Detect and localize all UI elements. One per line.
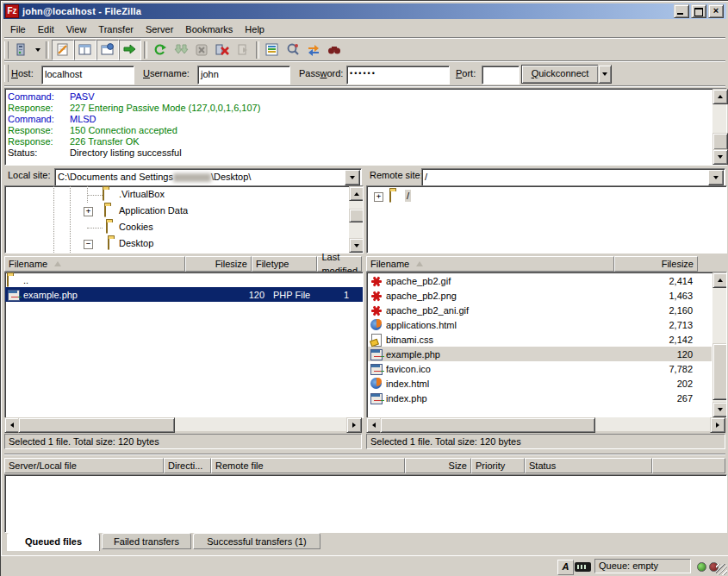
scroll-up-button[interactable] (712, 272, 727, 288)
column-header-server-local-file[interactable]: Server/Local file (4, 458, 164, 473)
remote-file-row[interactable]: apache_pb2_ani.gif2,160 (368, 303, 712, 317)
local-file-row[interactable]: .. (5, 272, 363, 287)
menu-file[interactable]: File (4, 22, 32, 36)
toolbar-grip[interactable] (4, 41, 9, 59)
host-input[interactable]: localhost (41, 66, 134, 85)
quickconnect-dropdown[interactable] (598, 65, 612, 84)
local-site-combobox[interactable]: C:\Documents and Settings\Desktop\ (54, 168, 362, 187)
port-input[interactable] (482, 66, 520, 85)
scroll-right-button[interactable] (710, 417, 725, 433)
scroll-thumb[interactable] (380, 417, 595, 433)
scroll-down-button[interactable] (712, 402, 727, 417)
remote-list-scrollbar[interactable] (712, 272, 726, 417)
close-button[interactable]: × (708, 4, 724, 18)
scroll-thumb[interactable] (712, 343, 727, 400)
expand-icon[interactable]: + (84, 207, 93, 216)
local-list-hscrollbar[interactable] (4, 417, 362, 431)
remote-directory-tree[interactable]: + / (366, 185, 727, 254)
column-header-size[interactable]: Size (405, 458, 471, 473)
log-scrollbar[interactable] (712, 89, 726, 165)
scroll-thumb[interactable] (349, 209, 364, 222)
toggle-message-log-button[interactable] (52, 40, 74, 60)
column-header-status[interactable]: Status (525, 458, 652, 473)
password-input[interactable]: •••••• (346, 66, 450, 85)
filezilla-app-icon[interactable]: Fz (5, 4, 19, 18)
column-header-priority[interactable]: Priority (471, 458, 525, 473)
quickconnect-grip[interactable] (4, 65, 9, 82)
refresh-button[interactable] (150, 41, 171, 59)
process-queue-button[interactable] (171, 41, 191, 59)
tree-item-virtualbox[interactable]: .VirtualBox (117, 188, 166, 200)
remote-file-list[interactable]: apache_pb2.gif2,414 apache_pb2.png1,463 … (366, 272, 727, 418)
column-header-filetype[interactable]: Filetype (252, 256, 318, 272)
remote-file-row[interactable]: index.php267 (368, 391, 712, 405)
maximize-button[interactable] (691, 4, 706, 18)
menu-bookmarks[interactable]: Bookmarks (179, 22, 239, 36)
toggle-remote-tree-button[interactable] (96, 40, 119, 60)
remote-file-row[interactable]: apache_pb2.png1,463 (368, 288, 712, 303)
scroll-thumb[interactable] (18, 417, 175, 433)
title-bar[interactable]: Fz john@localhost - FileZilla × (3, 3, 726, 19)
menu-view[interactable]: View (60, 22, 93, 36)
local-directory-tree[interactable]: .VirtualBox + Application Data Cookies −… (4, 185, 364, 254)
toggle-transfer-queue-button[interactable] (119, 40, 141, 60)
column-header-filesize[interactable]: Filesize (614, 256, 698, 272)
menu-edit[interactable]: Edit (32, 22, 60, 36)
scroll-right-button[interactable] (346, 417, 362, 433)
local-file-list[interactable]: .. example.php 120 PHP File 1 (4, 272, 364, 418)
toggle-local-tree-button[interactable] (74, 40, 96, 60)
cancel-operation-button[interactable] (191, 41, 212, 59)
column-header-filename[interactable]: Filename (4, 256, 185, 272)
column-header-direction[interactable]: Directi... (164, 458, 211, 473)
directory-comparison-button[interactable] (283, 41, 303, 59)
remote-file-row-selected[interactable]: example.php120 (368, 347, 712, 361)
synchronized-browsing-button[interactable] (303, 41, 324, 59)
username-input[interactable]: john (197, 66, 290, 85)
remote-list-hscrollbar[interactable] (366, 417, 725, 431)
expand-icon[interactable]: + (374, 192, 383, 202)
collapse-icon[interactable]: − (84, 240, 93, 249)
resize-grip[interactable] (716, 564, 727, 575)
remote-file-row[interactable]: apache_pb2.gif2,414 (368, 273, 712, 288)
site-manager-dropdown[interactable] (32, 41, 43, 59)
remote-site-combobox[interactable]: / (421, 168, 725, 187)
column-header-remote-file[interactable]: Remote file (211, 458, 405, 473)
quickconnect-button[interactable]: Quickconnect (521, 65, 599, 84)
remote-file-row[interactable]: index.html202 (368, 376, 712, 391)
tree-item-application-data[interactable]: Application Data (117, 204, 190, 216)
tree-item-root[interactable]: / (405, 190, 411, 202)
tree-item-desktop[interactable]: Desktop (117, 237, 155, 249)
remote-file-row[interactable]: bitnami.css2,142 (368, 332, 712, 347)
local-file-row-selected[interactable]: example.php 120 PHP File 1 (5, 287, 363, 302)
site-manager-button[interactable] (11, 41, 32, 59)
minimize-button[interactable] (674, 4, 689, 18)
status-indicator-icon[interactable] (575, 562, 591, 572)
find-files-button[interactable] (324, 41, 345, 59)
scroll-up-button[interactable] (349, 186, 364, 201)
scroll-up-button[interactable] (712, 89, 728, 104)
tab-successful-transfers[interactable]: Successful transfers (1) (193, 533, 320, 549)
filename-filters-button[interactable] (262, 41, 283, 59)
remote-file-row[interactable]: favicon.ico7,782 (368, 361, 712, 376)
local-tree-scrollbar[interactable] (349, 186, 363, 253)
column-header-filesize[interactable]: Filesize (185, 256, 252, 272)
column-header-last-modified[interactable]: Last modified (317, 256, 362, 272)
reconnect-button[interactable] (233, 41, 253, 59)
ascii-data-type-icon[interactable]: A (557, 560, 574, 575)
tree-item-cookies[interactable]: Cookies (117, 221, 155, 233)
remote-site-dropdown[interactable] (708, 170, 724, 185)
menu-transfer[interactable]: Transfer (92, 22, 140, 36)
tab-queued-files[interactable]: Queued files (7, 533, 100, 551)
scroll-down-button[interactable] (712, 149, 728, 165)
menu-help[interactable]: Help (239, 22, 271, 36)
scroll-thumb[interactable] (712, 133, 728, 150)
reconnect-icon (235, 42, 251, 58)
disconnect-button[interactable] (212, 41, 233, 59)
local-site-dropdown[interactable] (345, 170, 360, 185)
remote-file-row[interactable]: applications.html2,713 (368, 317, 712, 332)
queue-splitter[interactable] (4, 454, 725, 455)
tab-failed-transfers[interactable]: Failed transfers (102, 533, 191, 549)
queue-list[interactable] (4, 474, 727, 533)
menu-server[interactable]: Server (140, 22, 179, 36)
column-header-filename[interactable]: Filename (366, 256, 614, 272)
